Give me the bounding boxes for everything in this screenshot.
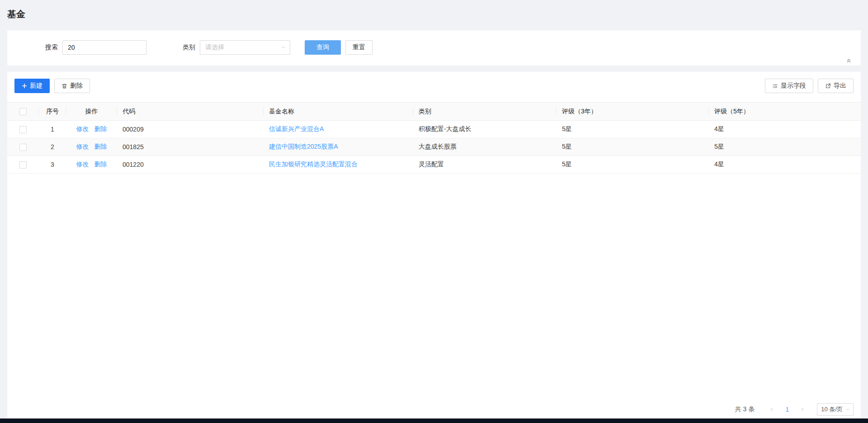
- export-button[interactable]: 导出: [818, 79, 854, 93]
- fund-table-panel: 新建 删除 显示字段 导出: [7, 72, 861, 418]
- table-row: 1 修改删除 000209 信诚新兴产业混合A 积极配置-大盘成长 5星 4星: [7, 121, 861, 138]
- double-chevron-up-icon: [846, 58, 852, 64]
- list-settings-icon: [772, 83, 778, 89]
- fund-name-link[interactable]: 信诚新兴产业混合A: [269, 125, 324, 132]
- delete-button[interactable]: 删除: [54, 79, 90, 93]
- page-size-value: 10 条/页: [821, 405, 843, 414]
- table-row: 3 修改删除 001220 民生加银研究精选灵活配置混合 灵活配置 5星 4星: [7, 156, 861, 174]
- page-title: 基金: [0, 0, 868, 30]
- new-button-label: 新建: [30, 82, 42, 90]
- fund-rating5y: 4星: [709, 121, 861, 138]
- pagination-total: 共 3 条: [735, 405, 755, 414]
- delete-link[interactable]: 删除: [94, 125, 107, 132]
- fund-code: 001220: [117, 156, 264, 174]
- edit-link[interactable]: 修改: [76, 125, 89, 132]
- table-header-row: 序号 操作 代码 基金名称 类别 评级（3年） 评级（5年）: [7, 103, 861, 121]
- trash-icon: [61, 83, 67, 89]
- collapse-search-button[interactable]: [844, 56, 853, 65]
- category-label: 类别: [183, 43, 195, 52]
- delete-link[interactable]: 删除: [94, 143, 107, 150]
- fund-category: 大盘成长股票: [413, 138, 557, 156]
- fund-rating3y: 5星: [557, 121, 709, 138]
- row-checkbox[interactable]: [19, 126, 27, 133]
- pagination: 共 3 条 1 10 条/页: [7, 403, 861, 418]
- page-number-button[interactable]: 1: [781, 403, 793, 416]
- fund-category: 灵活配置: [413, 156, 557, 174]
- fund-rating5y: 4星: [709, 156, 861, 174]
- search-panel: 搜索 类别 请选择 查询 重置: [7, 30, 861, 66]
- edit-link[interactable]: 修改: [76, 143, 89, 150]
- column-header-code: 代码: [117, 103, 264, 121]
- column-header-name: 基金名称: [264, 103, 413, 121]
- chevron-down-icon: [281, 45, 286, 50]
- export-icon: [825, 83, 831, 89]
- prev-page-button[interactable]: [765, 403, 778, 416]
- row-index: 1: [39, 121, 66, 138]
- edit-link[interactable]: 修改: [76, 160, 89, 168]
- category-select-placeholder: 请选择: [205, 43, 224, 52]
- row-index: 3: [39, 156, 66, 174]
- new-button[interactable]: 新建: [14, 79, 50, 93]
- fund-category: 积极配置-大盘成长: [413, 121, 557, 138]
- search-label: 搜索: [45, 43, 58, 52]
- row-index: 2: [39, 138, 66, 156]
- show-fields-label: 显示字段: [781, 82, 806, 90]
- fund-rating3y: 5星: [557, 138, 709, 156]
- column-header-rating5y: 评级（5年）: [709, 103, 861, 121]
- chevron-left-icon: [769, 407, 774, 412]
- query-button[interactable]: 查询: [305, 40, 341, 55]
- chevron-right-icon: [800, 407, 805, 412]
- fund-rating3y: 5星: [557, 156, 709, 174]
- fund-name-link[interactable]: 建信中国制造2025股票A: [269, 143, 338, 150]
- search-form: 搜索 类别 请选择 查询 重置: [18, 40, 850, 55]
- category-select[interactable]: 请选择: [200, 40, 290, 55]
- column-header-category: 类别: [413, 103, 557, 121]
- column-header-index: 序号: [39, 103, 66, 121]
- column-header-actions: 操作: [66, 103, 117, 121]
- fund-name-link[interactable]: 民生加银研究精选灵活配置混合: [269, 160, 358, 168]
- plus-icon: [22, 83, 27, 89]
- fund-code: 001825: [117, 138, 264, 156]
- next-page-button[interactable]: [796, 403, 809, 416]
- chevron-down-icon: [845, 407, 850, 412]
- row-checkbox[interactable]: [19, 144, 27, 151]
- table-toolbar: 新建 删除 显示字段 导出: [7, 72, 861, 102]
- column-header-rating3y: 评级（3年）: [557, 103, 709, 121]
- select-all-checkbox[interactable]: [19, 108, 27, 115]
- delete-link[interactable]: 删除: [94, 160, 107, 168]
- page-size-select[interactable]: 10 条/页: [817, 403, 854, 416]
- bottom-bar: [0, 418, 868, 423]
- row-checkbox[interactable]: [19, 161, 27, 169]
- fund-code: 000209: [117, 121, 264, 138]
- reset-button[interactable]: 重置: [345, 40, 373, 55]
- delete-button-label: 删除: [70, 82, 83, 90]
- export-label: 导出: [834, 82, 846, 90]
- search-input[interactable]: [62, 40, 146, 55]
- show-fields-button[interactable]: 显示字段: [765, 79, 813, 93]
- table-row: 2 修改删除 001825 建信中国制造2025股票A 大盘成长股票 5星 5星: [7, 138, 861, 156]
- fund-table: 序号 操作 代码 基金名称 类别 评级（3年） 评级（5年） 1 修改删除 00…: [7, 102, 861, 174]
- fund-rating5y: 5星: [709, 138, 861, 156]
